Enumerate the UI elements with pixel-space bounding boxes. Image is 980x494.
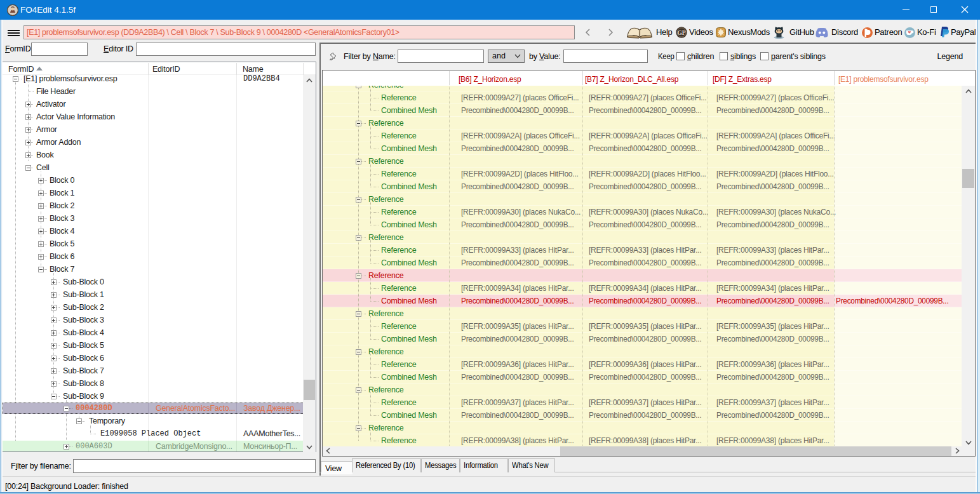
svg-text:GP: GP: [677, 30, 685, 36]
